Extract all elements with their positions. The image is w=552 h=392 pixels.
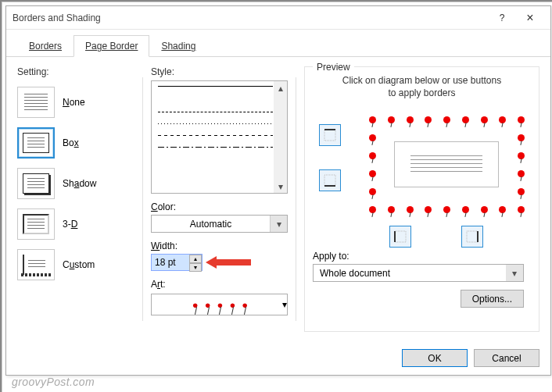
setting-custom-label: Custom <box>63 259 95 270</box>
svg-rect-5 <box>395 231 406 242</box>
width-label: Width: <box>151 241 288 251</box>
tab-borders[interactable]: Borders <box>17 35 73 57</box>
preview-legend: Preview <box>313 62 354 73</box>
scroll-up-icon[interactable]: ▴ <box>274 81 287 94</box>
style-label: Style: <box>151 66 288 77</box>
style-solid[interactable] <box>158 86 273 87</box>
callout-arrow-icon <box>206 255 253 270</box>
watermark: groovyPost.com <box>12 376 95 388</box>
width-value: 18 pt <box>152 255 189 270</box>
art-combo[interactable]: ● ● ● ● ● ▾ <box>151 294 288 315</box>
preview-section: Preview Click on diagram below or use bu… <box>304 66 539 332</box>
setting-shadow-thumb <box>17 168 55 199</box>
art-label: Art: <box>151 279 288 290</box>
dialog-title: Borders and Shading <box>13 12 101 23</box>
setting-3d[interactable]: 3-D <box>17 204 134 244</box>
style-dash-large[interactable] <box>158 112 273 112</box>
scroll-down-icon[interactable]: ▾ <box>274 180 287 193</box>
spin-up-icon[interactable]: ▴ <box>189 255 202 263</box>
setting-none[interactable]: None <box>17 82 134 123</box>
ok-button[interactable]: OK <box>402 349 468 367</box>
setting-3d-thumb <box>17 208 55 240</box>
options-button[interactable]: Options... <box>461 290 524 308</box>
page-preview[interactable] <box>372 119 521 209</box>
svg-marker-0 <box>206 256 251 269</box>
cancel-button[interactable]: Cancel <box>474 349 539 367</box>
border-bottom-button[interactable] <box>319 169 341 191</box>
color-combo[interactable]: Automatic ▾ <box>151 215 288 233</box>
setting-box[interactable]: Box <box>17 123 134 163</box>
chevron-down-icon: ▾ <box>270 216 287 232</box>
svg-rect-1 <box>324 130 335 141</box>
border-left-button[interactable] <box>389 226 411 248</box>
preview-hint: Click on diagram below or use buttonsto … <box>313 74 531 99</box>
apply-to-combo[interactable]: Whole document ▾ <box>313 264 524 282</box>
color-label: Color: <box>151 201 288 212</box>
style-dotted[interactable] <box>158 123 273 124</box>
apply-to-value: Whole document <box>320 268 390 279</box>
width-spinner[interactable]: 18 pt ▴ ▾ <box>151 254 203 271</box>
close-button[interactable]: × <box>516 9 544 27</box>
setting-3d-label: 3-D <box>63 219 77 230</box>
chevron-down-icon: ▾ <box>506 265 523 281</box>
tab-shading[interactable]: Shading <box>149 35 207 57</box>
style-list[interactable]: ▴ ▾ <box>151 80 288 194</box>
help-button[interactable]: ? <box>488 9 516 27</box>
style-scrollbar[interactable]: ▴ ▾ <box>274 81 287 193</box>
tabstrip: Borders Page Border Shading <box>6 30 550 57</box>
setting-box-label: Box <box>63 137 79 148</box>
svg-rect-3 <box>324 175 335 186</box>
spin-down-icon[interactable]: ▾ <box>189 263 202 272</box>
setting-box-thumb <box>17 127 55 159</box>
setting-shadow[interactable]: Shadow <box>17 163 134 204</box>
chevron-down-icon: ▾ <box>282 299 287 310</box>
setting-section: Setting: None Box Shadow 3-D <box>17 66 134 332</box>
color-value: Automatic <box>152 219 270 230</box>
setting-custom[interactable]: Custom <box>17 244 134 285</box>
titlebar: Borders and Shading ? × <box>6 6 550 30</box>
border-top-button[interactable] <box>319 124 341 146</box>
style-dash-dot[interactable] <box>158 147 273 148</box>
setting-label: Setting: <box>17 66 134 77</box>
borders-and-shading-dialog: Borders and Shading ? × Borders Page Bor… <box>5 5 551 376</box>
setting-shadow-label: Shadow <box>63 178 96 189</box>
apply-to-label: Apply to: <box>313 251 531 262</box>
setting-none-label: None <box>63 97 85 108</box>
svg-rect-7 <box>467 231 478 242</box>
tab-page-border[interactable]: Page Border <box>73 35 149 57</box>
setting-none-thumb <box>17 87 55 118</box>
border-right-button[interactable] <box>461 226 483 248</box>
style-section: Style: ▴ ▾ Color: Automatic ▾ Width: <box>151 66 288 332</box>
art-preview: ● ● ● ● ● <box>158 299 282 311</box>
style-dashed[interactable] <box>158 135 273 136</box>
setting-custom-thumb <box>17 249 55 280</box>
